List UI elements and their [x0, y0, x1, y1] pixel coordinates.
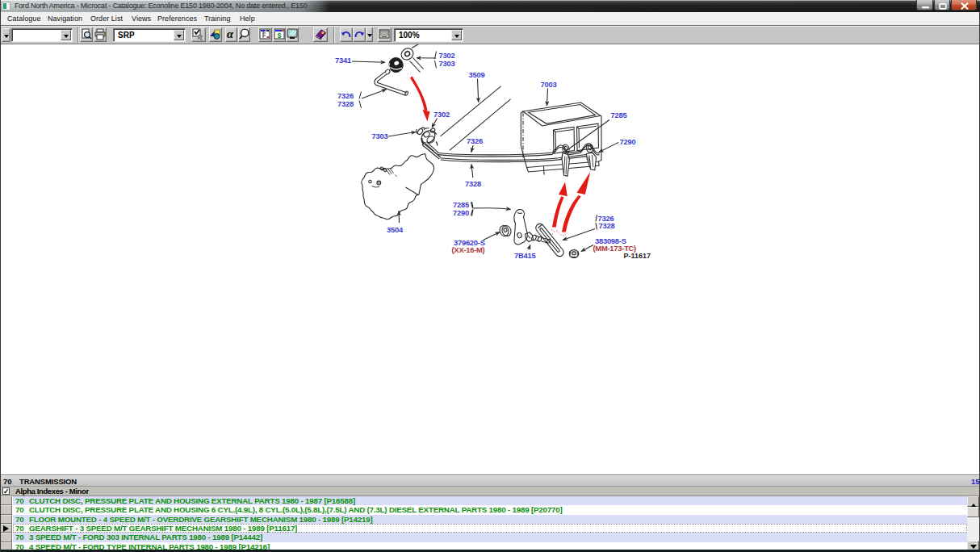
svg-text:7328: 7328	[465, 179, 481, 188]
svg-text:P-11617: P-11617	[624, 252, 651, 260]
svg-text:7290: 7290	[453, 208, 469, 217]
svg-text:7328: 7328	[599, 221, 615, 230]
svg-text:7326: 7326	[467, 136, 483, 145]
svg-text:7B415: 7B415	[514, 251, 535, 260]
svg-text:7341: 7341	[335, 56, 351, 65]
svg-text:α: α	[227, 28, 234, 40]
svg-text:7302: 7302	[433, 110, 450, 119]
svg-text:7303: 7303	[439, 59, 455, 68]
svg-text:7003: 7003	[541, 80, 557, 89]
svg-text:7285: 7285	[611, 111, 627, 119]
svg-text:7328: 7328	[337, 99, 354, 108]
svg-text:3504: 3504	[387, 225, 404, 234]
svg-text:7290: 7290	[620, 137, 636, 146]
svg-text:(XX-16-M): (XX-16-M)	[452, 245, 485, 254]
svg-text:(MM-173-TC): (MM-173-TC)	[593, 244, 637, 253]
svg-text:$: $	[278, 31, 282, 40]
svg-text:7303: 7303	[372, 132, 388, 140]
svg-text:3509: 3509	[469, 70, 485, 79]
